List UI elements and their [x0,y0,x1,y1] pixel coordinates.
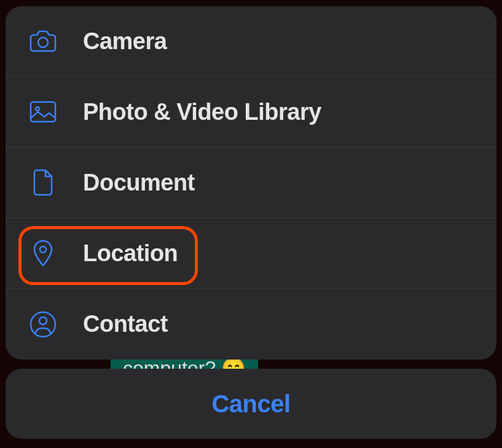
menu-label: Location [83,240,178,267]
svg-point-0 [38,37,48,47]
photo-icon [28,96,58,127]
camera-icon [28,26,58,57]
location-icon [28,238,58,269]
document-icon [28,167,58,198]
menu-label: Document [83,170,195,196]
menu-label: Camera [83,28,167,55]
menu-item-camera[interactable]: Camera [6,6,496,77]
svg-point-5 [39,317,47,324]
svg-point-3 [40,246,46,253]
attachment-action-sheet: Camera Photo & Video Library Document [6,6,496,360]
svg-point-2 [36,107,39,111]
menu-item-document[interactable]: Document [6,147,496,218]
menu-label: Contact [83,311,168,337]
menu-item-contact[interactable]: Contact [6,289,496,360]
cancel-button[interactable]: Cancel [6,369,496,439]
menu-item-location[interactable]: Location [6,218,496,289]
menu-item-photo-video[interactable]: Photo & Video Library [6,77,496,147]
menu-label: Photo & Video Library [83,99,321,125]
svg-rect-1 [31,102,55,122]
contact-icon [28,309,58,340]
cancel-label: Cancel [211,390,290,418]
